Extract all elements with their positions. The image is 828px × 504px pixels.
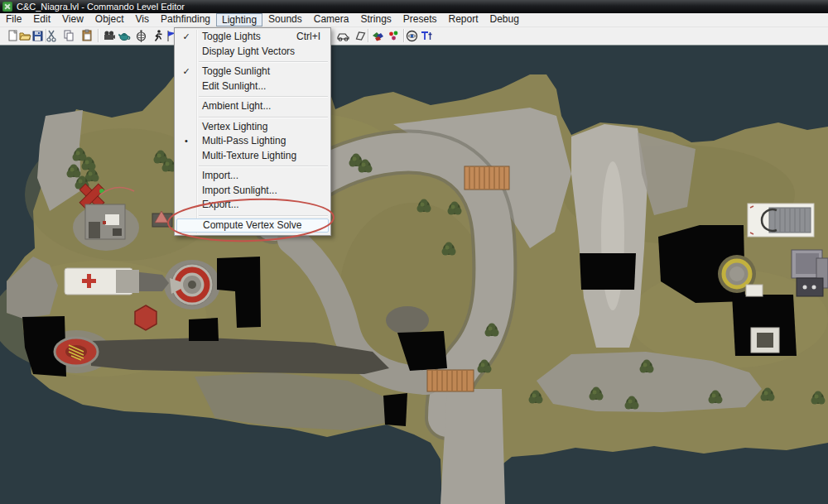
light-colors-icon[interactable] <box>387 29 401 43</box>
menu-separator <box>175 163 330 169</box>
polygon-tool-icon[interactable] <box>354 29 368 43</box>
menu-item-import[interactable]: Import... <box>175 169 330 184</box>
menu-item-ambient-light[interactable]: Ambient Light... <box>175 99 330 114</box>
run-mode-icon[interactable] <box>151 29 165 43</box>
menubar-item-presets[interactable]: Presets <box>397 13 443 26</box>
menu-separator <box>175 59 330 65</box>
menubar-item-strings[interactable]: Strings <box>354 13 397 26</box>
eye-visibility-icon[interactable] <box>405 29 419 43</box>
menubar-item-sounds[interactable]: Sounds <box>262 13 308 26</box>
menu-item-shortcut: Ctrl+I <box>296 30 320 45</box>
menu-item-label: Toggle Sunlight <box>202 65 270 77</box>
window-title: C&C_Niagra.lvl - Commando Level Editor <box>17 0 185 13</box>
menu-item-label: Multi-Texture Lighting <box>202 150 296 161</box>
menu-item-label: Ambient Light... <box>202 100 271 112</box>
teapot-render-icon[interactable] <box>118 29 132 43</box>
text-label-icon[interactable] <box>420 29 434 43</box>
menu-item-toggle-sunlight[interactable]: ✓Toggle Sunlight <box>175 65 330 79</box>
menu-item-edit-sunlight[interactable]: Edit Sunlight... <box>175 79 330 94</box>
paste-icon[interactable] <box>80 29 94 43</box>
helipad <box>55 338 98 366</box>
menu-item-display-light-vectors[interactable]: Display Light Vectors <box>175 45 330 60</box>
hex-pad <box>135 305 156 330</box>
app-icon <box>2 2 12 12</box>
level-map-viewport[interactable] <box>0 46 828 504</box>
terrain-layers-icon[interactable] <box>371 29 385 43</box>
toolbar-separator <box>98 29 99 42</box>
menubar-item-vis[interactable]: Vis <box>130 13 155 26</box>
menu-item-label: Vertex Lighting <box>202 121 267 132</box>
menubar-item-view[interactable]: View <box>56 13 89 26</box>
lighting-menu-dropdown: ✓Toggle LightsCtrl+IDisplay Light Vector… <box>174 27 331 236</box>
copy-icon[interactable] <box>62 29 76 43</box>
menu-item-label: Toggle Lights <box>202 31 261 42</box>
save-icon[interactable] <box>31 29 45 43</box>
menu-separator <box>175 94 330 99</box>
menu-item-label: Display Light Vectors <box>202 46 295 57</box>
hangar-building <box>748 204 814 237</box>
toolbar-separator <box>368 29 369 42</box>
flag-emplacement <box>152 211 172 227</box>
menu-item-label: Edit Sunlight... <box>202 80 266 92</box>
checkmark-icon: ✓ <box>181 65 192 79</box>
menubar-item-file[interactable]: File <box>0 13 27 26</box>
gyro-axis-icon[interactable] <box>134 29 148 43</box>
menu-item-compute-vertex-solve[interactable]: Compute Vertex Solve <box>176 218 329 233</box>
menubar-item-camera[interactable]: Camera <box>308 13 355 26</box>
menu-item-label: Import Sunlight... <box>202 185 277 196</box>
menubar-item-object[interactable]: Object <box>89 13 130 26</box>
menu-item-label: Export... <box>202 199 239 210</box>
small-pad <box>751 328 779 353</box>
bullet-icon: • <box>181 134 192 149</box>
cut-icon[interactable] <box>45 29 59 43</box>
checkmark-icon: ✓ <box>181 30 192 45</box>
menu-item-multi-pass-lighting[interactable]: •Multi-Pass Lighting <box>175 134 330 149</box>
menu-item-toggle-lights[interactable]: ✓Toggle LightsCtrl+I <box>175 30 330 45</box>
menubar-item-lighting[interactable]: Lighting <box>216 13 262 26</box>
movie-camera-icon[interactable] <box>102 29 116 43</box>
storage-boxes <box>792 250 828 296</box>
title-bar: C&C_Niagra.lvl - Commando Level Editor <box>0 0 828 13</box>
menubar-item-pathfinding[interactable]: Pathfinding <box>155 13 216 26</box>
menubar-item-edit[interactable]: Edit <box>27 13 56 26</box>
menu-item-vertex-lighting[interactable]: Vertex Lighting <box>175 120 330 135</box>
menu-bar: FileEditViewObjectVisPathfindingLighting… <box>0 13 828 27</box>
vehicle-icon[interactable] <box>336 29 350 43</box>
base-building <box>85 204 125 239</box>
toolbar <box>0 27 828 46</box>
menu-item-multi-texture-lighting[interactable]: Multi-Texture Lighting <box>175 149 330 164</box>
menu-item-label: Multi-Pass Lighting <box>202 135 286 146</box>
menu-separator <box>175 114 330 120</box>
menubar-item-report[interactable]: Report <box>443 13 484 26</box>
menu-item-label: Import... <box>202 170 238 181</box>
menu-item-label: Compute Vertex Solve <box>203 219 301 231</box>
menu-item-import-sunlight[interactable]: Import Sunlight... <box>175 184 330 199</box>
menu-separator <box>175 213 330 218</box>
menubar-item-debug[interactable]: Debug <box>484 13 525 26</box>
menu-item-export[interactable]: Export... <box>175 198 330 213</box>
river-mouth <box>440 389 505 504</box>
